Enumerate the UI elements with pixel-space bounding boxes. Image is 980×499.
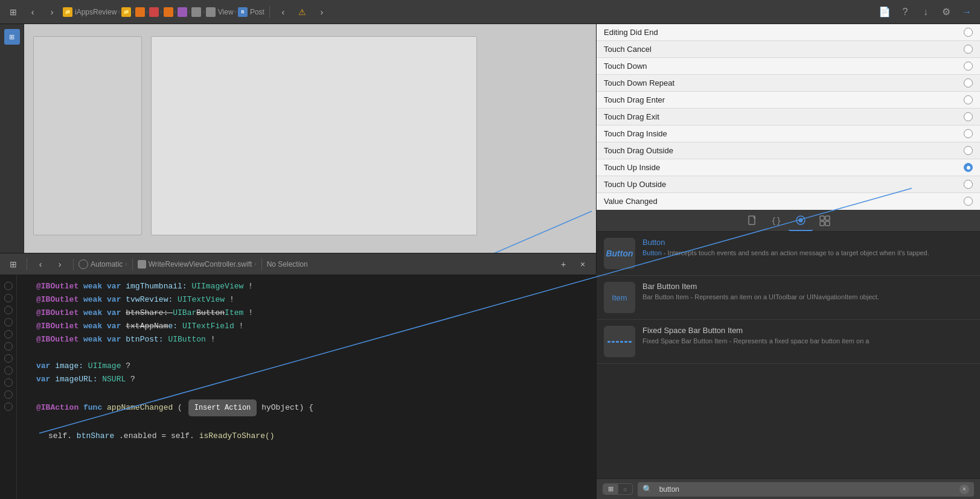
event-radio-editing-did-end[interactable]	[964, 28, 973, 37]
breadcrumb-icon3[interactable]	[164, 7, 173, 17]
event-row-touch-drag-outside: Touch Drag Outside	[597, 142, 980, 159]
file-label: WriteReviewViewController.swift	[149, 260, 252, 269]
breadcrumb: 📁 iAppsReview › 📁 › › › › › › View	[63, 7, 264, 17]
kw-rest: hyObject) {	[261, 403, 313, 412]
add-file-button[interactable]: +	[555, 256, 572, 273]
second-back-button[interactable]: ‹	[32, 256, 49, 273]
ib-view: ⊞	[0, 24, 596, 253]
code-editor[interactable]: @IBOutlet weak var imgThumbnail: UIImage…	[0, 275, 596, 499]
gutter-dot-6[interactable]	[4, 342, 13, 351]
event-radio-touch-drag-outside[interactable]	[964, 146, 973, 155]
breadcrumb-icon4[interactable]	[178, 7, 187, 17]
breadcrumb-arrow-1: ›	[118, 8, 120, 15]
svg-rect-6	[820, 221, 824, 226]
gutter-dot-5[interactable]	[4, 330, 13, 338]
alert-icon[interactable]: ⚠	[294, 4, 311, 21]
gutter-dot-8[interactable]	[4, 366, 13, 375]
code-line-5: @IBOutlet weak var btnPost: UIButton !	[24, 333, 589, 346]
event-radio-touch-cancel[interactable]	[964, 45, 973, 54]
breadcrumb-icon2[interactable]	[149, 7, 159, 17]
event-row-touch-drag-inside: Touch Drag Inside	[597, 126, 980, 142]
event-radio-value-changed[interactable]	[964, 197, 973, 206]
event-radio-touch-drag-exit[interactable]	[964, 112, 973, 121]
kw-uibarbuttonitem: UIBar	[173, 308, 196, 317]
breadcrumb-icon1[interactable]	[135, 7, 145, 17]
gutter-dot-3[interactable]	[4, 306, 13, 314]
kw-ibaction: @IBAction	[36, 403, 83, 412]
breadcrumb-post[interactable]: B Post	[238, 7, 264, 17]
kw-func: func	[83, 403, 107, 412]
nav-back-button[interactable]: ‹	[275, 4, 292, 21]
forward-button[interactable]: ›	[43, 4, 60, 21]
no-selection-label[interactable]: No Selection	[267, 260, 308, 269]
event-label: Touch Drag Enter	[604, 95, 665, 104]
gutter-dot-7[interactable]	[4, 354, 13, 363]
event-row-touch-up-outside: Touch Up Outside	[597, 176, 980, 193]
search-bar: ⊞ ○ 🔍 ×	[597, 478, 980, 499]
event-radio-touch-drag-enter[interactable]	[964, 95, 973, 104]
help-icon[interactable]: ?	[897, 4, 914, 21]
gutter-dot-9[interactable]	[4, 378, 13, 387]
inspector-tab-library[interactable]	[813, 211, 837, 231]
event-radio-touch-down[interactable]	[964, 62, 973, 71]
file-selector[interactable]: WriteReviewViewController.swift ›	[138, 260, 257, 269]
second-grid-icon[interactable]: ⊞	[5, 256, 22, 273]
search-input[interactable]	[655, 483, 957, 495]
obj-item-fixedspace: Fixed Space Bar Button Item Fixed Space …	[597, 320, 980, 364]
inspector-tab-file[interactable]	[740, 211, 764, 231]
breadcrumb-arrow-4: ›	[160, 8, 162, 15]
breadcrumb-icon5[interactable]	[191, 7, 201, 17]
new-file-icon[interactable]: 📄	[876, 4, 893, 21]
kw-iboutlet-3: @IBOutlet	[36, 308, 83, 317]
editor-actions: + ×	[555, 256, 591, 273]
code-line-2: @IBOutlet weak var tvwReview: UITextView…	[24, 293, 589, 307]
close-editor-button[interactable]: ×	[574, 256, 591, 273]
kw-btnshare: btnShare:	[126, 308, 173, 317]
search-seg-grid[interactable]: ⊞	[603, 484, 618, 494]
gutter-dot-11[interactable]	[4, 402, 13, 411]
kw-self-1: self.	[48, 431, 72, 440]
event-radio-touch-up-inside[interactable]	[964, 163, 973, 172]
breadcrumb-iappsreview[interactable]: 📁 iAppsReview	[63, 7, 117, 17]
back-button[interactable]: ‹	[24, 4, 41, 21]
post-icon: B	[238, 7, 248, 17]
gutter-dot-10[interactable]	[4, 390, 13, 399]
event-row-value-changed: Value Changed	[597, 193, 980, 210]
event-row-editing-did-end: Editing Did End	[597, 24, 980, 41]
button-desc-blue: Button	[642, 249, 662, 256]
search-icon: 🔍	[642, 485, 652, 494]
kw-optional-2: ?	[130, 375, 135, 384]
kw-var-2: var	[107, 295, 126, 304]
grid-view-button[interactable]: ⊞	[5, 4, 22, 21]
second-sep-4	[261, 258, 262, 270]
run-icon[interactable]: →	[958, 4, 975, 21]
event-radio-touch-up-outside[interactable]	[964, 180, 973, 189]
gutter-dot-4[interactable]	[4, 318, 13, 326]
inspector-tab-code[interactable]: {}	[764, 211, 789, 231]
breadcrumb-folder[interactable]: 📁	[121, 7, 131, 17]
svg-rect-5	[825, 216, 830, 220]
breadcrumb-view[interactable]: View	[206, 7, 234, 17]
ib-sidebar-layout-icon[interactable]: ⊞	[4, 29, 20, 45]
canvas-panel-main	[151, 36, 477, 235]
event-radio-touch-drag-inside[interactable]	[964, 129, 973, 138]
button-icon-label: Button	[606, 249, 633, 258]
kw-var-7: var	[36, 375, 55, 384]
fixedspace-obj-text: Fixed Space Bar Button Item Fixed Space …	[642, 326, 973, 346]
gutter-dot-1[interactable]	[4, 282, 13, 290]
event-radio-touch-down-repeat[interactable]	[964, 78, 973, 87]
nav-forward-button[interactable]: ›	[313, 4, 330, 21]
inspector-tab-events[interactable]	[789, 211, 813, 231]
settings-icon[interactable]: ⚙	[938, 4, 955, 21]
mode-selector[interactable]: Automatic ›	[78, 259, 127, 269]
event-row-touch-up-inside: Touch Up Inside	[597, 159, 980, 176]
event-label: Touch Drag Inside	[604, 129, 667, 138]
kw-bang-4: !	[239, 322, 244, 331]
second-forward-button[interactable]: ›	[51, 256, 68, 273]
search-clear-button[interactable]: ×	[959, 485, 969, 494]
search-seg-list[interactable]: ○	[618, 485, 632, 494]
kw-weak-1: weak	[83, 282, 107, 291]
code-gutter	[0, 275, 17, 499]
download-icon[interactable]: ↓	[917, 4, 934, 21]
gutter-dot-2[interactable]	[4, 294, 13, 302]
